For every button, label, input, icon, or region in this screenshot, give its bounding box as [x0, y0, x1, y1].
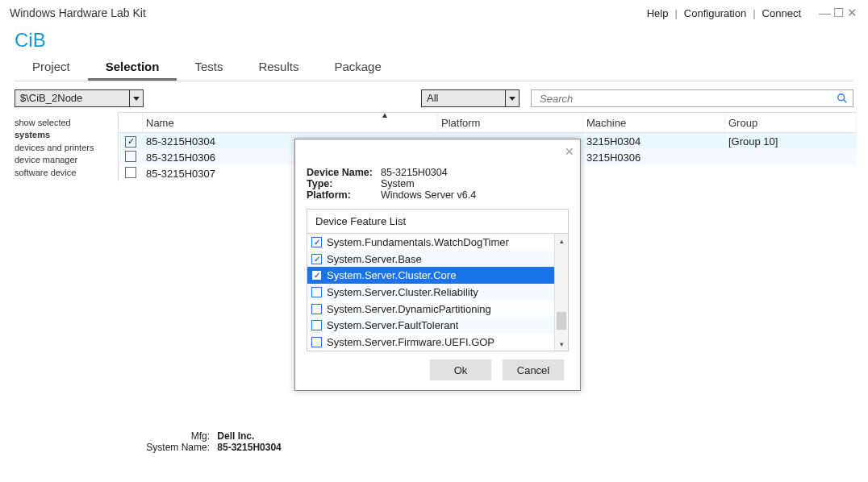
feature-checkbox[interactable]: [311, 337, 322, 347]
footer-summary: Mfg: Dell Inc. System Name: 85-3215H0304: [137, 430, 282, 453]
feature-row[interactable]: System.Server.FaultTolerant: [307, 317, 568, 334]
close-icon[interactable]: ✕: [846, 7, 858, 19]
cancel-button[interactable]: Cancel: [503, 359, 564, 380]
feature-row[interactable]: System.Server.DynamicPartitioning: [307, 301, 568, 318]
feature-row[interactable]: System.Server.Firmware.UEFI.GOP: [307, 334, 568, 351]
svg-marker-0: [133, 97, 140, 101]
column-group[interactable]: Group: [725, 113, 857, 132]
minimize-icon[interactable]: —: [819, 7, 831, 19]
grid-header: Name ▲ Platform Machine Group: [119, 112, 857, 133]
scroll-thumb[interactable]: [557, 312, 566, 330]
mfg-value: Dell Inc.: [217, 430, 254, 442]
menu-help[interactable]: Help: [647, 7, 669, 19]
feature-list-header: Device Feature List: [307, 210, 568, 234]
search-input-container[interactable]: [531, 89, 853, 107]
maximize-icon[interactable]: ☐: [833, 7, 845, 19]
feature-label: System.Server.Cluster.Core: [327, 269, 456, 281]
menu-configuration[interactable]: Configuration: [684, 7, 746, 19]
svg-line-3: [844, 100, 847, 103]
row-checkbox[interactable]: [125, 167, 136, 178]
project-name: CiB: [0, 23, 868, 55]
column-machine[interactable]: Machine: [583, 113, 725, 132]
separator: |: [753, 7, 755, 19]
system-name-label: System Name:: [137, 442, 210, 453]
feature-label: System.Fundamentals.WatchDogTimer: [327, 236, 509, 248]
chevron-down-icon[interactable]: [505, 89, 520, 107]
feature-checkbox[interactable]: [311, 270, 322, 280]
feature-checkbox[interactable]: [311, 320, 322, 330]
tab-bar: Project Selection Tests Results Package: [0, 55, 868, 81]
system-name-value: 85-3215H0304: [217, 442, 281, 453]
row-checkbox[interactable]: [125, 136, 136, 148]
platform-filter-value: All: [421, 89, 505, 107]
svg-point-2: [838, 94, 845, 101]
svg-marker-1: [509, 97, 515, 101]
sort-indicator-icon: ▲: [381, 110, 389, 119]
platform-filter-dropdown[interactable]: All: [421, 89, 520, 107]
cell-machine: 3215H0304: [583, 135, 725, 148]
scroll-down-icon[interactable]: ▾: [555, 337, 568, 351]
row-checkbox[interactable]: [125, 151, 136, 162]
device-info: Device Name:85-3215H0304 Type:System Pla…: [307, 167, 569, 201]
close-icon[interactable]: ×: [565, 144, 574, 159]
feature-label: System.Server.DynamicPartitioning: [327, 303, 491, 315]
device-feature-list: Device Feature List System.Fundamentals.…: [307, 209, 569, 351]
feature-checkbox[interactable]: [311, 237, 322, 247]
feature-row[interactable]: System.Server.Cluster.Reliability: [307, 284, 568, 301]
cell-group: [Group 10]: [725, 135, 857, 148]
feature-row[interactable]: System.Server.Cluster.Core: [307, 267, 568, 284]
menu-connect[interactable]: Connect: [762, 7, 801, 19]
filter-devices-printers[interactable]: devices and printers: [15, 142, 113, 154]
scrollbar[interactable]: ▴ ▾: [554, 234, 568, 351]
column-name[interactable]: Name ▲: [143, 113, 438, 132]
filter-device-manager[interactable]: device manager: [15, 154, 113, 166]
device-feature-dialog: × Device Name:85-3215H0304 Type:System P…: [294, 139, 581, 391]
feature-label: System.Server.FaultTolerant: [327, 319, 458, 331]
feature-row[interactable]: System.Fundamentals.WatchDogTimer: [307, 234, 568, 251]
tab-tests[interactable]: Tests: [177, 55, 240, 81]
feature-checkbox[interactable]: [311, 304, 322, 314]
feature-checkbox[interactable]: [311, 287, 322, 297]
chevron-down-icon[interactable]: [129, 89, 144, 107]
tab-project[interactable]: Project: [15, 55, 88, 81]
scroll-up-icon[interactable]: ▴: [555, 234, 568, 247]
feature-label: System.Server.Firmware.UEFI.GOP: [327, 336, 495, 348]
search-icon[interactable]: [837, 93, 848, 104]
tab-results[interactable]: Results: [240, 55, 316, 81]
category-filter: show selected systems devices and printe…: [11, 112, 118, 181]
ok-button[interactable]: Ok: [430, 359, 491, 380]
search-input[interactable]: [538, 92, 837, 106]
mfg-label: Mfg:: [137, 430, 210, 442]
window-title: Windows Hardware Lab Kit: [10, 6, 146, 19]
tab-selection[interactable]: Selection: [88, 55, 177, 81]
tab-package[interactable]: Package: [316, 55, 399, 81]
feature-row[interactable]: System.Server.Base: [307, 251, 568, 268]
feature-label: System.Server.Base: [327, 253, 422, 265]
separator: |: [674, 7, 677, 19]
column-platform[interactable]: Platform: [438, 113, 583, 132]
pool-dropdown-value: $\CiB_2Node: [15, 89, 129, 107]
filter-software-device[interactable]: software device: [15, 167, 113, 179]
cell-machine: 3215H0306: [583, 152, 725, 164]
feature-label: System.Server.Cluster.Reliability: [327, 286, 478, 298]
filter-show-selected[interactable]: show selected: [15, 117, 113, 129]
pool-dropdown[interactable]: $\CiB_2Node: [15, 89, 144, 107]
feature-checkbox[interactable]: [311, 254, 322, 264]
filter-systems[interactable]: systems: [15, 129, 113, 141]
